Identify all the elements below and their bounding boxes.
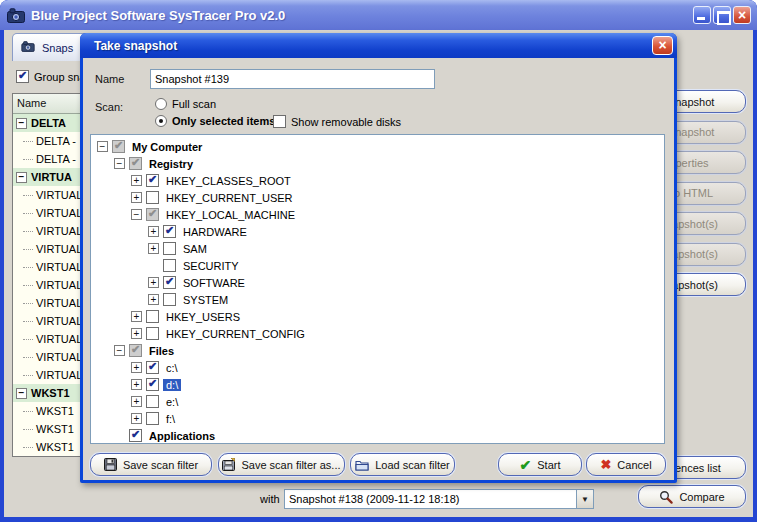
tree-node-label[interactable]: f:\ (163, 413, 178, 425)
node-checkbox[interactable] (146, 395, 159, 408)
expand-icon[interactable] (131, 175, 142, 186)
only-selected-option[interactable]: Only selected items (155, 115, 275, 127)
node-checkbox[interactable] (163, 259, 176, 272)
node-checkbox[interactable] (129, 157, 142, 170)
cancel-button[interactable]: Cancel (586, 453, 666, 476)
node-checkbox[interactable] (163, 276, 176, 289)
collapse-icon[interactable] (114, 158, 125, 169)
tree-row[interactable]: My Computer (91, 138, 664, 155)
tree-node-label[interactable]: Files (146, 345, 177, 357)
tree-row[interactable]: HKEY_CLASSES_ROOT (91, 172, 664, 189)
tree-node-label[interactable]: HKEY_CURRENT_CONFIG (163, 328, 308, 340)
tree-row[interactable]: SAM (91, 240, 664, 257)
maximize-button[interactable] (713, 6, 731, 24)
node-checkbox[interactable] (146, 310, 159, 323)
compare-with-dropdown[interactable]: Snapshot #138 (2009-11-12 18:18) ▼ (284, 489, 594, 509)
node-checkbox[interactable] (163, 225, 176, 238)
tree-node-label[interactable]: e:\ (163, 396, 181, 408)
expand-icon[interactable] (148, 243, 159, 254)
node-checkbox[interactable] (146, 174, 159, 187)
expand-icon[interactable] (148, 277, 159, 288)
tree-node-label[interactable]: My Computer (129, 141, 205, 153)
expand-icon[interactable] (131, 396, 142, 407)
expand-icon[interactable] (148, 294, 159, 305)
tree-row[interactable]: e:\ (91, 393, 664, 410)
chevron-down-icon[interactable]: ▼ (576, 490, 593, 508)
collapse-icon[interactable] (131, 209, 142, 220)
collapse-icon[interactable] (114, 345, 125, 356)
expand-icon[interactable] (131, 379, 142, 390)
tree-row[interactable]: HKEY_LOCAL_MACHINE (91, 206, 664, 223)
tree-row[interactable]: SYSTEM (91, 291, 664, 308)
node-checkbox[interactable] (146, 361, 159, 374)
dialog-title: Take snapshot (94, 39, 177, 53)
expand-icon[interactable] (131, 413, 142, 424)
tree-row[interactable]: HKEY_CURRENT_USER (91, 189, 664, 206)
compare-with-value: Snapshot #138 (2009-11-12 18:18) (285, 493, 576, 505)
tree-node-label[interactable]: c:\ (163, 362, 181, 374)
node-checkbox[interactable] (129, 429, 142, 442)
save-scan-filter-as-button[interactable]: Save scan filter as... (218, 453, 345, 476)
expand-icon[interactable] (131, 328, 142, 339)
tree-row[interactable]: Registry (91, 155, 664, 172)
node-checkbox[interactable] (146, 191, 159, 204)
full-scan-option[interactable]: Full scan (155, 98, 216, 110)
node-checkbox[interactable] (146, 412, 159, 425)
expand-icon[interactable] (131, 362, 142, 373)
titlebar[interactable]: Blue Project Software SysTracer Pro v2.0 (0, 0, 757, 30)
tree-node-label[interactable]: Applications (146, 430, 218, 442)
tree-row[interactable]: d:\ (91, 376, 664, 393)
tree-node-label[interactable]: SECURITY (180, 260, 242, 272)
tree-node-label[interactable]: HKEY_LOCAL_MACHINE (163, 209, 298, 221)
side-button-label: to HTML (671, 187, 713, 199)
node-checkbox[interactable] (163, 242, 176, 255)
tree-node-label[interactable]: HKEY_CLASSES_ROOT (163, 175, 294, 187)
collapse-icon[interactable] (16, 172, 27, 183)
tree-node-label[interactable]: SYSTEM (180, 294, 231, 306)
collapse-icon[interactable] (16, 118, 27, 129)
tree-node-label[interactable]: Registry (146, 158, 196, 170)
show-removable-checkbox[interactable] (273, 115, 286, 128)
start-button[interactable]: Start (498, 453, 582, 476)
tree-row[interactable]: SECURITY (91, 257, 664, 274)
minimize-button[interactable] (693, 6, 711, 24)
tree-row[interactable]: HARDWARE (91, 223, 664, 240)
node-checkbox[interactable] (129, 344, 142, 357)
tree-row[interactable]: SOFTWARE (91, 274, 664, 291)
node-checkbox[interactable] (146, 208, 159, 221)
group-snapshots-checkbox[interactable] (16, 70, 29, 83)
expand-icon[interactable] (148, 226, 159, 237)
dialog-close-button[interactable] (652, 36, 673, 55)
expand-icon[interactable] (131, 311, 142, 322)
show-removable-option[interactable]: Show removable disks (273, 115, 401, 128)
node-checkbox[interactable] (163, 293, 176, 306)
node-checkbox[interactable] (146, 378, 159, 391)
full-scan-radio[interactable] (155, 98, 167, 110)
tree-row[interactable]: Files (91, 342, 664, 359)
close-button[interactable] (733, 6, 751, 24)
snapshot-label: VIRTUA (31, 171, 72, 183)
tree-node-label[interactable]: HKEY_USERS (163, 311, 243, 323)
load-scan-filter-button[interactable]: Load scan filter (350, 453, 455, 476)
node-checkbox[interactable] (146, 327, 159, 340)
tree-row[interactable]: Applications (91, 427, 664, 444)
tree-line (23, 357, 33, 358)
tree-node-label[interactable]: HARDWARE (180, 226, 250, 238)
tree-row[interactable]: c:\ (91, 359, 664, 376)
dialog-titlebar[interactable]: Take snapshot (80, 33, 677, 58)
collapse-icon[interactable] (97, 141, 108, 152)
tree-row[interactable]: HKEY_CURRENT_CONFIG (91, 325, 664, 342)
tree-row[interactable]: HKEY_USERS (91, 308, 664, 325)
tree-node-label[interactable]: HKEY_CURRENT_USER (163, 192, 296, 204)
tree-node-label[interactable]: SOFTWARE (180, 277, 248, 289)
node-checkbox[interactable] (112, 140, 125, 153)
compare-button[interactable]: Compare (638, 485, 746, 508)
collapse-icon[interactable] (16, 388, 27, 399)
save-scan-filter-button[interactable]: Save scan filter (90, 453, 212, 476)
tree-node-label[interactable]: SAM (180, 243, 210, 255)
tree-node-label[interactable]: d:\ (163, 379, 181, 391)
only-selected-radio[interactable] (155, 115, 167, 127)
expand-icon[interactable] (131, 192, 142, 203)
tree-row[interactable]: f:\ (91, 410, 664, 427)
snapshot-name-input[interactable] (150, 69, 435, 89)
